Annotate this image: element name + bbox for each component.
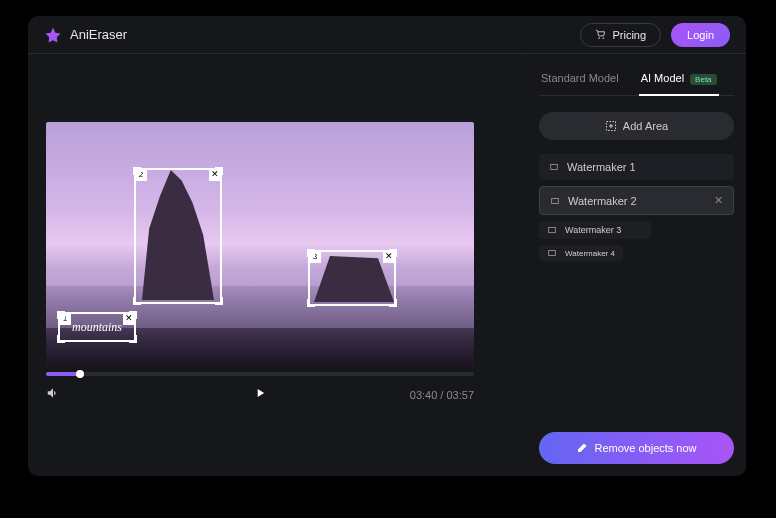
svg-rect-1 [551,165,558,170]
add-area-button[interactable]: Add Area [539,112,734,140]
layer-icon [547,225,557,235]
watermaker-item-2[interactable]: Watermaker 2 ✕ [539,186,734,215]
close-icon[interactable]: ✕ [714,194,723,207]
resize-handle-bl[interactable] [133,297,141,305]
svg-rect-3 [549,228,556,233]
sidebar: Standard Model AI ModelBeta Add Area Wat… [526,54,746,476]
timeline[interactable] [46,372,474,376]
resize-handle-bl[interactable] [307,299,315,307]
watermaker-label: Watermaker 1 [567,161,636,173]
cart-icon [595,29,606,40]
watermaker-item-4[interactable]: Watermaker 4 [539,245,623,261]
timeline-thumb[interactable] [76,370,84,378]
tab-ai-label: AI Model [641,72,684,84]
watermaker-list: Watermaker 1 Watermaker 2 ✕ Watermaker 3… [539,154,734,261]
watermaker-label: Watermaker 3 [565,225,621,235]
watermaker-item-3[interactable]: Watermaker 3 [539,221,651,239]
app-window: AniEraser Pricing Login 2 ✕ [28,16,746,476]
resize-handle-bl[interactable] [57,335,65,343]
eraser-icon [576,442,588,454]
tab-ai-model[interactable]: AI ModelBeta [639,66,719,95]
pricing-button[interactable]: Pricing [580,23,661,47]
selection-box-3[interactable]: 1 ✕ mountains [58,312,136,342]
resize-handle-tr[interactable] [129,311,137,319]
time-display: 03:40 / 03:57 [410,389,474,401]
svg-rect-2 [552,198,559,203]
watermaker-item-1[interactable]: Watermaker 1 [539,154,734,180]
resize-handle-tl[interactable] [57,311,65,319]
watermark-text: mountains [72,320,122,335]
resize-handle-tl[interactable] [133,167,141,175]
play-icon[interactable] [253,386,267,404]
canvas-wrap: 2 ✕ 3 ✕ [46,122,508,404]
remove-objects-button[interactable]: Remove objects now [539,432,734,464]
add-area-icon [605,120,617,132]
main: 2 ✕ 3 ✕ [28,54,746,476]
pricing-label: Pricing [612,29,646,41]
add-area-label: Add Area [623,120,668,132]
editor: 2 ✕ 3 ✕ [28,54,526,476]
selection-box-2[interactable]: 3 ✕ [308,250,396,306]
login-button[interactable]: Login [671,23,730,47]
total-time: 03:57 [446,389,474,401]
resize-handle-tl[interactable] [307,249,315,257]
resize-handle-br[interactable] [389,299,397,307]
current-time: 03:40 [410,389,438,401]
player-controls: 03:40 / 03:57 [46,386,474,404]
video-canvas[interactable]: 2 ✕ 3 ✕ [46,122,474,366]
watermaker-label: Watermaker 4 [565,249,615,258]
tab-standard-model[interactable]: Standard Model [539,66,621,95]
resize-handle-tr[interactable] [389,249,397,257]
header: AniEraser Pricing Login [28,16,746,54]
volume-icon[interactable] [46,386,60,404]
remove-button-label: Remove objects now [594,442,696,454]
resize-handle-tr[interactable] [215,167,223,175]
svg-rect-4 [549,251,556,256]
layer-icon [549,162,559,172]
logo-icon [44,26,62,44]
resize-handle-br[interactable] [129,335,137,343]
selection-box-1[interactable]: 2 ✕ [134,168,222,304]
beta-badge: Beta [690,74,716,85]
brand-name: AniEraser [70,27,127,42]
model-tabs: Standard Model AI ModelBeta [539,66,734,96]
timeline-progress [46,372,80,376]
header-actions: Pricing Login [580,23,730,47]
brand: AniEraser [44,26,127,44]
watermaker-label: Watermaker 2 [568,195,637,207]
resize-handle-br[interactable] [215,297,223,305]
layer-icon [547,248,557,258]
layer-icon [550,196,560,206]
